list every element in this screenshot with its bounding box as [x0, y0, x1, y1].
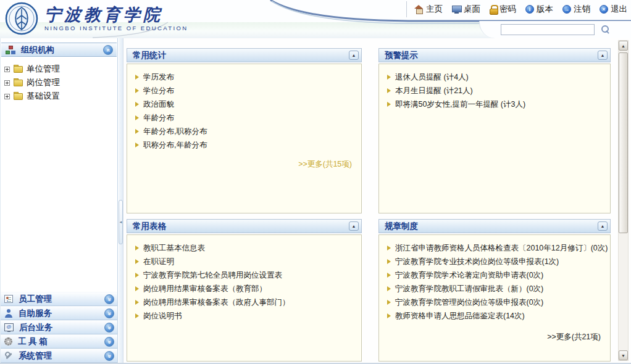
- panel-list-item[interactable]: 宁波教育学院第七轮全员聘用岗位设置表: [135, 268, 354, 282]
- search-input[interactable]: [501, 24, 595, 35]
- panel-list-item[interactable]: 浙江省申请教师资格人员体格检查表〔2010年12月修订〕(0次): [387, 241, 603, 255]
- sidebar-panel-title: 组织机构: [21, 44, 103, 56]
- panel-header: 预警提示: [378, 48, 611, 62]
- chevron-up-icon: [105, 48, 111, 51]
- bullet-triangle-icon: [387, 102, 391, 107]
- chevron-down-icon: [106, 340, 112, 343]
- top-menu-item[interactable]: 密码: [490, 4, 516, 15]
- tree-item[interactable]: 岗位管理: [4, 76, 117, 89]
- top-menu-item[interactable]: 退出: [600, 4, 627, 15]
- panel-list-item[interactable]: 政治面貌: [135, 97, 354, 111]
- panel-body: 浙江省申请教师资格人员体格检查表〔2010年12月修订〕(0次) 宁波教育学院专…: [378, 234, 611, 362]
- logout-icon: [562, 5, 571, 14]
- desktop-icon: [452, 6, 461, 14]
- logo-title: 宁波教育学院: [44, 6, 188, 24]
- expand-plus-icon[interactable]: [4, 67, 10, 72]
- org-tree: 单位管理 岗位管理 基础设置: [4, 62, 117, 103]
- collapse-up-button[interactable]: [103, 45, 113, 55]
- panel-title: 预警提示: [385, 50, 598, 61]
- panel-list-item[interactable]: 年龄分布,职称分布: [135, 125, 354, 138]
- panel-list-item[interactable]: 宁波教育学院教职工请假审批表（新）(0次): [387, 282, 603, 296]
- panel-list-item[interactable]: 退休人员提醒 (计4人): [387, 70, 603, 84]
- bullet-triangle-icon: [135, 286, 139, 291]
- header: 宁波教育学院 NINGBO INSTITUTE OF EDUCATION 主页 …: [0, 0, 631, 38]
- more-link[interactable]: >>更多(共15项): [298, 159, 352, 170]
- panel-header: 常用统计: [127, 48, 362, 62]
- logo-emblem-icon: [5, 2, 38, 35]
- panel-list-item[interactable]: 本月生日提醒 (计21人): [387, 84, 603, 97]
- panel-list-item[interactable]: 教师资格申请人思想品德鉴定表(14次): [387, 309, 603, 323]
- panel-list-item[interactable]: 岗位聘用结果审核备案表（政府人事部门）: [135, 296, 354, 309]
- panel-body: 教职工基本信息表 在职证明 宁波教育学院第七轮全员聘用岗位设置表 岗位聘用结果审…: [127, 234, 362, 362]
- splitter: [119, 38, 123, 363]
- panel-collapse-button[interactable]: [349, 51, 359, 60]
- bullet-triangle-icon: [387, 273, 391, 278]
- panel-title: 常用表格: [133, 221, 349, 232]
- employee-icon: [4, 295, 13, 303]
- bullet-triangle-icon: [135, 88, 139, 93]
- more-link[interactable]: >>更多(共21项): [547, 332, 601, 342]
- accordion-item[interactable]: 自助服务: [1, 306, 117, 320]
- expand-down-button[interactable]: [104, 323, 114, 333]
- panel-list-item[interactable]: 学历发布: [135, 70, 354, 84]
- panel-title: 常用统计: [133, 50, 349, 61]
- expand-down-button[interactable]: [104, 351, 114, 361]
- panel-stats: 常用统计 学历发布 学位分布 政治面貌 年龄分布 年龄分布,职称分布 职称分布,…: [127, 48, 362, 213]
- tree-item[interactable]: 基础设置: [4, 89, 117, 103]
- search-icon[interactable]: [601, 25, 611, 35]
- bullet-triangle-icon: [135, 143, 139, 147]
- panel-collapse-button[interactable]: [349, 221, 359, 231]
- vertical-scrollbar: [618, 40, 629, 361]
- panel-list-item[interactable]: 宁波教育学院管理岗位岗位等级申报表(0次): [387, 296, 603, 309]
- panel-list-item[interactable]: 宁波教育学院专业技术岗位岗位等级申报表(1次): [387, 255, 603, 268]
- splitter-collapse-handle[interactable]: [119, 200, 123, 244]
- panel-list-item[interactable]: 学位分布: [135, 84, 354, 97]
- panel-list-item[interactable]: 年龄分布: [135, 111, 354, 125]
- expand-down-button[interactable]: [104, 337, 114, 347]
- expand-down-button[interactable]: [104, 308, 114, 318]
- panel-collapse-button[interactable]: [598, 221, 608, 231]
- main-panel-area: 常用统计 学历发布 学位分布 政治面貌 年龄分布 年龄分布,职称分布 职称分布,…: [123, 38, 631, 363]
- panel-list-item[interactable]: 职称分布,年龄分布: [135, 138, 354, 152]
- accordion-item[interactable]: 系统管理: [1, 349, 117, 363]
- expand-down-button[interactable]: [104, 294, 114, 304]
- scroll-down-button[interactable]: [619, 350, 628, 360]
- top-menu: 主页 桌面 密码 版本 注销 退出: [406, 1, 627, 17]
- bullet-triangle-icon: [135, 313, 139, 318]
- sidebar-panel-organization[interactable]: 组织机构: [1, 43, 117, 57]
- chevron-down-icon: [106, 312, 112, 315]
- panel-list-item[interactable]: 教职工基本信息表: [135, 241, 354, 255]
- expand-plus-icon[interactable]: [4, 94, 10, 99]
- backoffice-icon: [4, 323, 14, 331]
- panel-list-item[interactable]: 即将满50岁女性,提前一年提醒 (计3人): [387, 97, 603, 111]
- scrollbar-thumb[interactable]: [619, 52, 628, 233]
- accordion-item[interactable]: 员工管理: [1, 292, 117, 306]
- panel-rules: 规章制度 浙江省申请教师资格人员体格检查表〔2010年12月修订〕(0次) 宁波…: [378, 219, 611, 362]
- version-icon: [525, 5, 534, 14]
- folder-icon: [14, 79, 23, 86]
- exit-icon: [600, 5, 608, 14]
- panel-list-item[interactable]: 宁波教育学院学术论著定向资助申请表(0次): [387, 268, 603, 282]
- top-menu-item[interactable]: 版本: [525, 4, 553, 15]
- bullet-triangle-icon: [387, 75, 391, 80]
- accordion-item[interactable]: 工 具 箱: [1, 334, 117, 349]
- scroll-up-button[interactable]: [619, 41, 628, 51]
- panel-list-item[interactable]: 在职证明: [135, 255, 354, 268]
- top-menu-item[interactable]: 桌面: [452, 4, 480, 15]
- accordion-item[interactable]: 后台业务: [1, 320, 117, 334]
- top-menu-item[interactable]: 注销: [562, 4, 590, 15]
- expand-plus-icon[interactable]: [4, 80, 10, 86]
- panel-list-item[interactable]: 岗位聘用结果审核备案表（教育部）: [135, 282, 354, 296]
- sidebar-accordion: 员工管理 自助服务 后台业务 工 具 箱 系统管理: [1, 292, 117, 363]
- folder-icon: [14, 93, 23, 100]
- tree-item[interactable]: 单位管理: [4, 62, 117, 76]
- bullet-triangle-icon: [387, 300, 391, 305]
- top-menu-item[interactable]: 主页: [414, 4, 443, 15]
- panel-body: 退休人员提醒 (计4人) 本月生日提醒 (计21人) 即将满50岁女性,提前一年…: [378, 64, 611, 213]
- orgchart-icon: [6, 46, 15, 54]
- bullet-triangle-icon: [387, 286, 391, 291]
- bullet-triangle-icon: [387, 88, 391, 93]
- panel-list-item[interactable]: 岗位说明书: [135, 309, 354, 323]
- panel-body: 学历发布 学位分布 政治面貌 年龄分布 年龄分布,职称分布 职称分布,年龄分布: [127, 64, 362, 213]
- panel-collapse-button[interactable]: [598, 51, 608, 60]
